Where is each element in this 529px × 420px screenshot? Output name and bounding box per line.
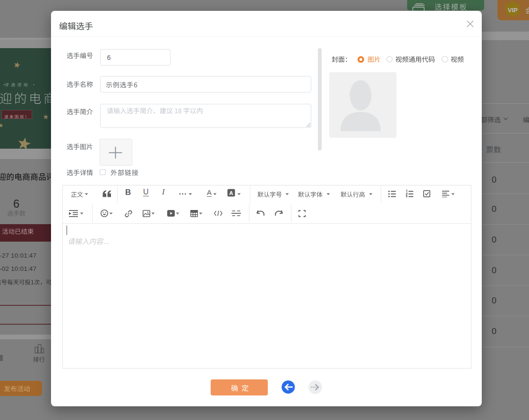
- svg-text:A: A: [229, 190, 233, 196]
- svg-text:VIP: VIP: [508, 7, 518, 14]
